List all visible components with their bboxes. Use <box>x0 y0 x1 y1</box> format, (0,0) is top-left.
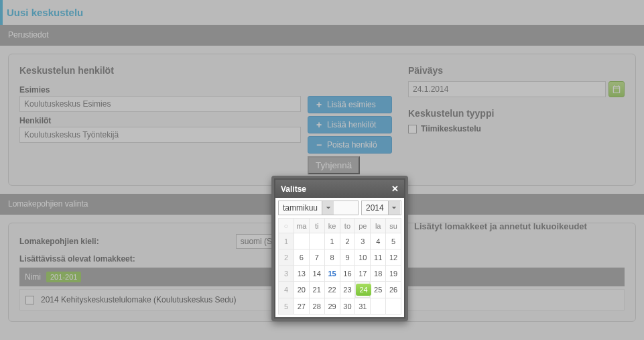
calendar-day[interactable]: 7 <box>309 249 324 266</box>
calendar-day[interactable]: 27 <box>294 298 309 315</box>
calendar-day[interactable]: 29 <box>324 298 340 315</box>
chevron-down-icon <box>388 201 400 215</box>
calendar-day <box>309 233 324 249</box>
calendar-day[interactable]: 8 <box>324 249 340 266</box>
calendar-day <box>371 298 386 315</box>
calendar-day[interactable]: 21 <box>309 282 324 298</box>
week-number: 5 <box>279 298 294 315</box>
calendar-day[interactable]: 14 <box>309 266 324 282</box>
calendar-day[interactable]: 25 <box>371 282 386 298</box>
calendar-day[interactable]: 11 <box>371 249 386 266</box>
datepicker-modal: Valitse ✕ tammikuu 2014 ○matiketopelasu … <box>271 176 408 321</box>
calendar-day[interactable]: 4 <box>371 233 386 249</box>
weekday-header: su <box>386 219 401 233</box>
calendar-day[interactable]: 1 <box>324 233 340 249</box>
weekday-header: ti <box>309 219 324 233</box>
calendar-grid: ○matiketopelasu 112345267891011123131415… <box>278 218 401 315</box>
week-number: 2 <box>279 249 294 266</box>
calendar-day[interactable]: 13 <box>294 266 309 282</box>
week-number: 1 <box>279 233 294 249</box>
weekday-header: pe <box>355 219 371 233</box>
calendar-day[interactable]: 20 <box>294 282 309 298</box>
modal-close-button[interactable]: ✕ <box>391 184 399 194</box>
calendar-day[interactable]: 6 <box>294 249 309 266</box>
calendar-day[interactable]: 19 <box>386 266 401 282</box>
calendar-day[interactable]: 24 <box>355 282 370 298</box>
calendar-day[interactable]: 15 <box>324 266 340 282</box>
close-icon: ✕ <box>391 184 399 194</box>
calendar-day[interactable]: 16 <box>340 266 355 282</box>
month-select-value: tammikuu <box>279 203 322 213</box>
weekday-header: ke <box>324 219 340 233</box>
calendar-day[interactable]: 28 <box>309 298 324 315</box>
calendar-day[interactable]: 17 <box>355 266 371 282</box>
week-col-header: ○ <box>279 219 294 233</box>
calendar-day[interactable]: 30 <box>340 298 355 315</box>
calendar-day[interactable]: 3 <box>355 233 371 249</box>
calendar-day[interactable]: 26 <box>386 282 401 298</box>
calendar-day[interactable]: 22 <box>324 282 340 298</box>
calendar-day[interactable]: 5 <box>386 233 401 249</box>
calendar-day <box>386 298 401 315</box>
calendar-day[interactable]: 23 <box>340 282 355 298</box>
weekday-header: la <box>371 219 386 233</box>
calendar-day[interactable]: 31 <box>355 298 371 315</box>
calendar-day[interactable]: 18 <box>371 266 386 282</box>
chevron-down-icon <box>322 201 334 215</box>
calendar-day[interactable]: 2 <box>340 233 355 249</box>
weekday-header: to <box>340 219 355 233</box>
weekday-header: ma <box>294 219 309 233</box>
month-select[interactable]: tammikuu <box>278 201 359 215</box>
calendar-day[interactable]: 12 <box>386 249 401 266</box>
calendar-day <box>294 233 309 249</box>
week-number: 4 <box>279 282 294 298</box>
modal-title: Valitse <box>281 184 306 194</box>
week-number: 3 <box>279 266 294 282</box>
year-select[interactable]: 2014 <box>361 201 401 215</box>
calendar-day[interactable]: 10 <box>355 249 371 266</box>
calendar-day[interactable]: 9 <box>340 249 355 266</box>
year-select-value: 2014 <box>362 203 388 213</box>
